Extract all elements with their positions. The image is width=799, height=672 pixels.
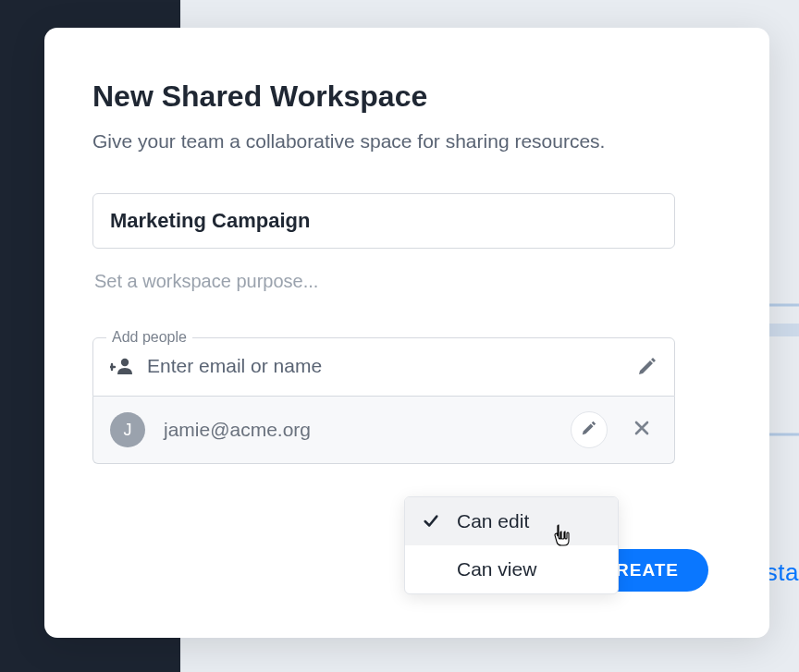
permission-option-can-view[interactable]: Can view bbox=[405, 545, 618, 593]
person-email: jamie@acme.org bbox=[164, 419, 552, 441]
add-people-section: Add people bbox=[92, 329, 675, 397]
add-people-email-input[interactable] bbox=[147, 355, 624, 377]
modal-title: New Shared Workspace bbox=[92, 79, 721, 114]
add-people-input-row bbox=[93, 346, 674, 396]
add-people-legend: Add people bbox=[106, 329, 192, 346]
pencil-icon[interactable] bbox=[637, 356, 658, 376]
avatar: J bbox=[110, 412, 145, 447]
background-link-text: sta bbox=[766, 558, 799, 587]
remove-person-button[interactable] bbox=[626, 414, 658, 446]
workspace-name-input[interactable] bbox=[92, 193, 675, 249]
workspace-purpose-input[interactable] bbox=[92, 271, 675, 292]
permission-option-label: Can edit bbox=[457, 510, 529, 532]
pencil-icon bbox=[581, 420, 597, 440]
close-icon bbox=[633, 419, 651, 441]
permission-option-label: Can view bbox=[457, 558, 536, 580]
pointer-cursor-icon bbox=[552, 521, 574, 547]
check-icon-empty bbox=[422, 560, 440, 579]
check-icon bbox=[422, 512, 440, 531]
edit-permission-button[interactable] bbox=[571, 411, 608, 448]
person-row: J jamie@acme.org bbox=[92, 397, 675, 464]
permission-option-can-edit[interactable]: Can edit bbox=[405, 497, 618, 545]
permission-dropdown: Can edit Can view bbox=[404, 496, 619, 594]
svg-point-2 bbox=[121, 359, 129, 366]
add-person-icon bbox=[110, 357, 134, 375]
modal-subtitle: Give your team a collaborative space for… bbox=[92, 130, 721, 153]
